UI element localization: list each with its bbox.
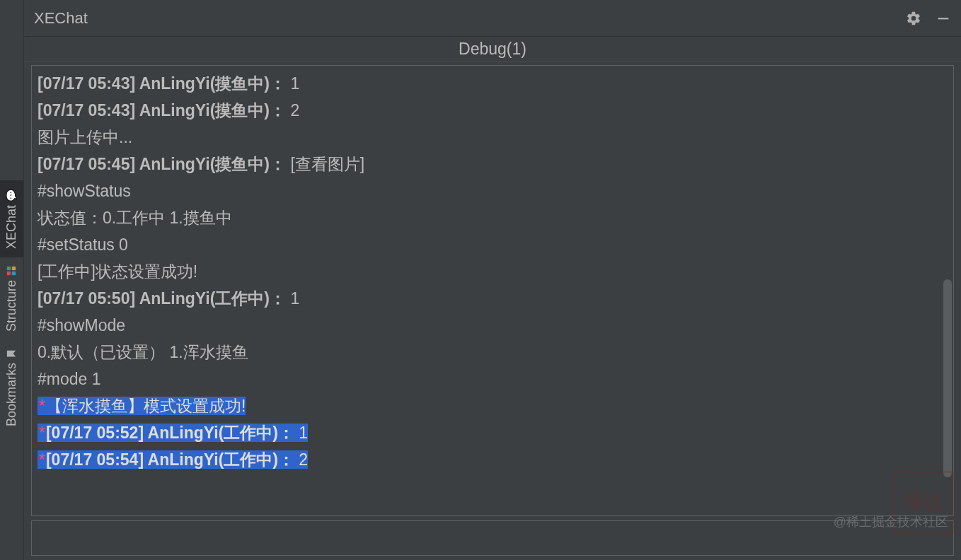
chat-line: 状态值：0.工作中 1.摸鱼中 <box>38 204 948 231</box>
sidebar-item-label: Structure <box>4 280 19 332</box>
chat-log[interactable]: [07/17 05:43] AnLingYi(摸鱼中)： 1[07/17 05:… <box>32 66 953 515</box>
msg-prefix: [07/17 05:45] AnLingYi(摸鱼中)： <box>38 155 286 173</box>
chat-line: #setStatus 0 <box>38 231 948 258</box>
tab-strip: Debug(1) <box>24 37 961 62</box>
tab-debug[interactable]: Debug(1) <box>459 40 526 59</box>
msg-text: 1 <box>286 289 299 308</box>
chat-line: 0.默认（已设置） 1.浑水摸鱼 <box>38 339 948 366</box>
structure-icon <box>7 265 17 276</box>
svg-rect-3 <box>12 267 16 270</box>
sidebar-item-xechat[interactable]: XEChat 💬 <box>0 180 23 257</box>
chat-line: [07/17 05:43] AnLingYi(摸鱼中)： 2 <box>38 97 948 124</box>
msg-text: 【浑水摸鱼】模式设置成功! <box>46 397 246 415</box>
view-image-link[interactable]: [查看图片] <box>286 155 364 173</box>
scrollbar[interactable] <box>942 67 952 514</box>
chat-line: *【浑水摸鱼】模式设置成功! <box>38 392 948 419</box>
sidebar-item-structure[interactable]: Structure <box>0 257 23 340</box>
chat-line: *[07/17 05:52] AnLingYi(工作中)： 1 <box>38 419 948 446</box>
msg-prefix: [07/17 05:43] AnLingYi(摸鱼中)： <box>38 74 286 93</box>
chat-line: [07/17 05:43] AnLingYi(摸鱼中)： 1 <box>38 70 948 97</box>
msg-prefix: [07/17 05:50] AnLingYi(工作中)： <box>38 289 286 308</box>
sidebar-item-label: Bookmarks <box>4 363 19 426</box>
star-marker: * <box>38 424 46 442</box>
chat-line: *[07/17 05:54] AnLingYi(工作中)： 2 <box>38 446 948 473</box>
chat-line: #showMode <box>38 312 948 339</box>
tool-window-bar: XEChat 💬 Structure Bookmarks <box>0 0 24 560</box>
chat-line: [工作中]状态设置成功! <box>38 258 948 285</box>
msg-text: 1 <box>294 424 308 442</box>
title-bar: XEChat <box>24 0 961 37</box>
star-marker: * <box>38 450 46 469</box>
scrollbar-thumb[interactable] <box>943 279 952 477</box>
chat-icon: 💬 <box>6 189 18 201</box>
svg-rect-1 <box>7 267 11 270</box>
chat-content-panel: [07/17 05:43] AnLingYi(摸鱼中)： 1[07/17 05:… <box>31 65 954 516</box>
svg-rect-0 <box>7 272 11 275</box>
svg-rect-2 <box>12 272 16 275</box>
chat-line: #mode 1 <box>38 366 948 392</box>
sidebar-item-bookmarks[interactable]: Bookmarks <box>0 340 23 435</box>
sidebar-item-label: XEChat <box>4 205 19 249</box>
gear-icon[interactable] <box>906 11 921 26</box>
msg-text: 2 <box>286 101 299 119</box>
msg-text: 1 <box>286 74 299 93</box>
msg-text: 2 <box>294 450 308 469</box>
chat-line: [07/17 05:50] AnLingYi(工作中)： 1 <box>38 285 948 312</box>
panel-title: XEChat <box>34 9 906 28</box>
chat-input[interactable] <box>32 521 953 555</box>
star-marker: * <box>38 397 46 415</box>
msg-prefix: [07/17 05:43] AnLingYi(摸鱼中)： <box>38 101 286 119</box>
input-bar <box>31 520 954 556</box>
msg-prefix: [07/17 05:52] AnLingYi(工作中)： <box>46 424 294 442</box>
bookmark-icon <box>7 348 17 359</box>
chat-line: [07/17 05:45] AnLingYi(摸鱼中)： [查看图片] <box>38 151 948 177</box>
svg-rect-4 <box>938 18 949 19</box>
chat-line: #showStatus <box>38 177 948 204</box>
minimize-icon[interactable] <box>936 11 951 26</box>
msg-prefix: [07/17 05:54] AnLingYi(工作中)： <box>46 450 294 469</box>
chat-line: 图片上传中... <box>38 124 948 151</box>
main-panel: XEChat Debug(1) [07/17 05:43] AnLingYi(摸… <box>24 0 961 560</box>
title-bar-actions <box>906 11 951 26</box>
